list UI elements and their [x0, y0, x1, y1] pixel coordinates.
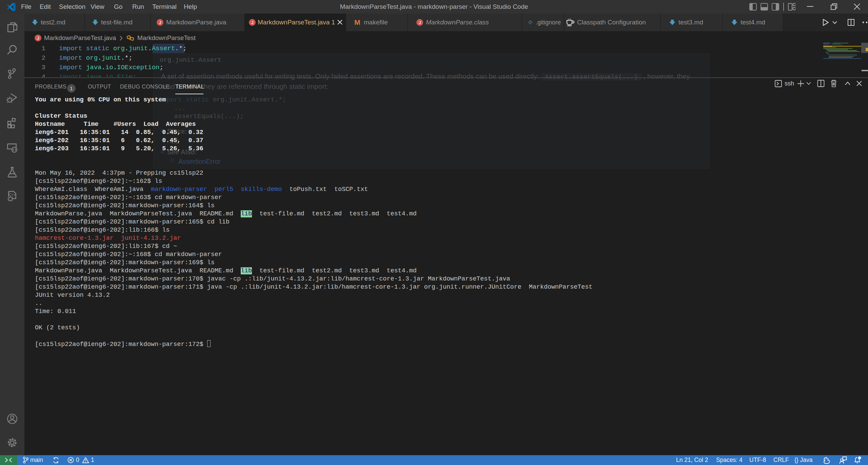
- svg-text:J: J: [418, 20, 421, 25]
- svg-text:J: J: [37, 36, 39, 41]
- svg-text:J: J: [251, 20, 253, 25]
- svg-text:C++: C++: [9, 193, 16, 197]
- svg-text:J: J: [159, 20, 161, 25]
